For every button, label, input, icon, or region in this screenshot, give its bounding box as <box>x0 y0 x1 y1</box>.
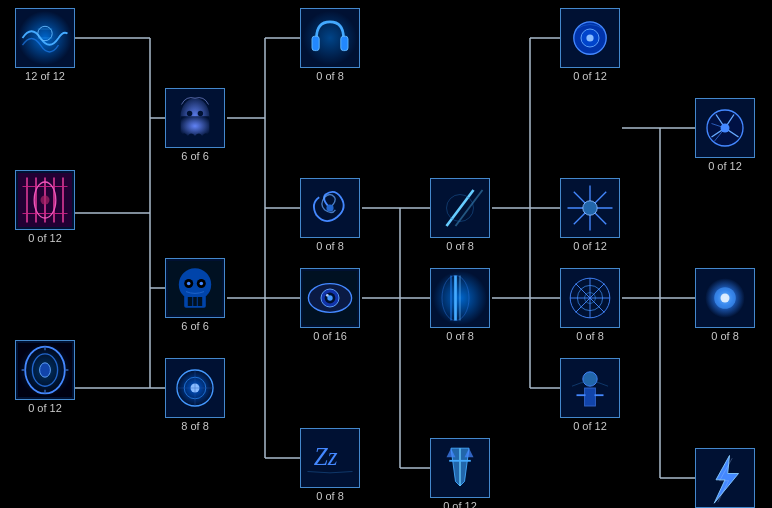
node-n16[interactable]: 0 of 8 <box>560 268 620 342</box>
svg-point-114 <box>583 372 597 386</box>
node-n2[interactable]: 0 of 12 <box>15 170 75 244</box>
svg-rect-75 <box>341 36 348 50</box>
icon-n2 <box>15 170 75 230</box>
icon-n10: Zz <box>300 428 360 488</box>
label-n8: 0 of 8 <box>316 240 344 252</box>
icon-n14 <box>560 8 620 68</box>
node-n9[interactable]: 0 of 16 <box>300 268 360 342</box>
svg-point-98 <box>586 34 593 41</box>
svg-point-57 <box>187 111 192 116</box>
svg-point-124 <box>721 294 730 303</box>
node-n10[interactable]: Zz0 of 8 <box>300 428 360 502</box>
svg-rect-73 <box>303 11 357 65</box>
label-n16: 0 of 8 <box>576 330 604 342</box>
label-n2: 0 of 12 <box>28 232 62 244</box>
node-n5[interactable]: 6 of 6 <box>165 258 225 332</box>
svg-rect-67 <box>193 297 197 306</box>
label-n13: 0 of 12 <box>443 500 477 508</box>
node-n7[interactable]: 0 of 8 <box>300 8 360 82</box>
svg-point-120 <box>721 124 730 133</box>
icon-n19 <box>695 268 755 328</box>
node-n12[interactable]: 0 of 8 <box>430 268 490 342</box>
icon-n18 <box>695 98 755 158</box>
label-n10: 0 of 8 <box>316 490 344 502</box>
node-n20[interactable]: 0 of 12 <box>695 448 755 508</box>
svg-rect-115 <box>585 388 596 406</box>
node-n3[interactable]: 0 of 12 <box>15 340 75 414</box>
label-n6: 8 of 8 <box>181 420 209 432</box>
label-n5: 6 of 6 <box>181 320 209 332</box>
icon-n20 <box>695 448 755 508</box>
label-n12: 0 of 8 <box>446 330 474 342</box>
node-n4[interactable]: 6 of 6 <box>165 88 225 162</box>
label-n7: 0 of 8 <box>316 70 344 82</box>
svg-point-104 <box>583 201 597 215</box>
icon-n5 <box>165 258 225 318</box>
label-n1: 12 of 12 <box>25 70 65 82</box>
icon-n15 <box>560 178 620 238</box>
icon-n1 <box>15 8 75 68</box>
label-n18: 0 of 12 <box>708 160 742 172</box>
node-n18[interactable]: 0 of 12 <box>695 98 755 172</box>
icon-n7 <box>300 8 360 68</box>
node-n19[interactable]: 0 of 8 <box>695 268 755 342</box>
svg-point-77 <box>326 204 333 211</box>
icon-n6 <box>165 358 225 418</box>
icon-n12 <box>430 268 490 328</box>
icon-n16 <box>560 268 620 328</box>
svg-point-64 <box>187 282 191 286</box>
label-n17: 0 of 12 <box>573 420 607 432</box>
node-n13[interactable]: 0 of 12 <box>430 438 490 508</box>
svg-point-58 <box>198 111 203 116</box>
label-n3: 0 of 12 <box>28 402 62 414</box>
node-n14[interactable]: 0 of 12 <box>560 8 620 82</box>
label-n9: 0 of 16 <box>313 330 347 342</box>
label-n19: 0 of 8 <box>711 330 739 342</box>
connectors <box>0 0 772 508</box>
icon-n13 <box>430 438 490 498</box>
node-n1[interactable]: 12 of 12 <box>15 8 75 82</box>
label-n4: 6 of 6 <box>181 150 209 162</box>
icon-n17 <box>560 358 620 418</box>
svg-rect-68 <box>198 297 203 306</box>
svg-rect-74 <box>312 36 319 50</box>
label-n14: 0 of 12 <box>573 70 607 82</box>
skill-tree: 12 of 120 of 120 of 126 of 66 of 68 of 8… <box>0 0 772 508</box>
label-n11: 0 of 8 <box>446 240 474 252</box>
icon-n8 <box>300 178 360 238</box>
node-n17[interactable]: 0 of 12 <box>560 358 620 432</box>
svg-point-65 <box>200 282 204 286</box>
svg-point-54 <box>40 363 51 377</box>
svg-text:Zz: Zz <box>314 443 338 470</box>
icon-n11 <box>430 178 490 238</box>
svg-rect-66 <box>188 297 193 306</box>
node-n8[interactable]: 0 of 8 <box>300 178 360 252</box>
icon-n3 <box>15 340 75 400</box>
svg-point-83 <box>326 294 329 297</box>
node-n11[interactable]: 0 of 8 <box>430 178 490 252</box>
label-n15: 0 of 12 <box>573 240 607 252</box>
svg-point-50 <box>41 196 50 205</box>
node-n6[interactable]: 8 of 8 <box>165 358 225 432</box>
icon-n4 <box>165 88 225 148</box>
icon-n9 <box>300 268 360 328</box>
node-n15[interactable]: 0 of 12 <box>560 178 620 252</box>
